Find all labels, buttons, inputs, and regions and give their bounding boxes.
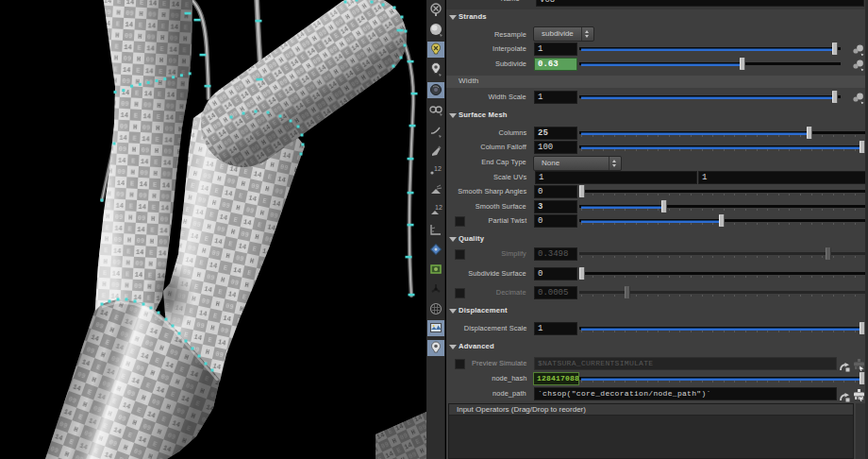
svg-text:12: 12 xyxy=(435,204,442,211)
svg-text:12: 12 xyxy=(434,165,442,172)
